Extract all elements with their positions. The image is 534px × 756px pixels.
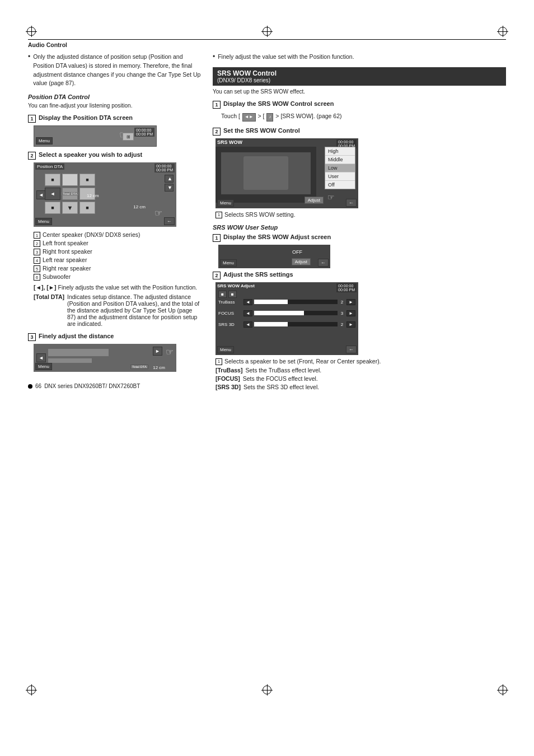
fa-right-arrow[interactable]: ► — [153, 347, 162, 356]
srs-user-header: SRS WOW User Setup — [213, 224, 506, 231]
srs-subtitle: (DNX9/ DDX8 series) — [217, 77, 502, 83]
position-dta-screen-1: 00:00:0000:00 PM ☞ ⊞ Menu — [34, 125, 157, 147]
menu-btn-3: Menu — [35, 363, 52, 370]
focus-bar-fill — [254, 311, 304, 315]
srs3d-val: 2 — [339, 322, 345, 327]
touch-btn-2: ♪ — [266, 113, 273, 122]
position-dta-header: Position DTA Control — [28, 94, 90, 100]
srs-wow-screen: SRS WOW 00:00:0000:00 PM High Middle Low… — [216, 138, 358, 208]
step3-num: 3 — [28, 333, 36, 341]
srs3d-label: SRS 3D — [218, 322, 242, 327]
trubass-left-btn[interactable]: ◄ — [243, 299, 252, 305]
srs-step2-num: 2 — [213, 128, 221, 136]
srs-step1-num: 1 — [213, 101, 221, 109]
srs-menu-low: Low — [325, 164, 355, 172]
srs-menu-list: High Middle Low User Off — [325, 147, 355, 189]
trubass-row: TruBass ◄ 2 ► — [218, 299, 355, 305]
focus-row: FOCUS ◄ 3 ► — [218, 310, 355, 316]
spk-fr: ■ — [79, 174, 95, 186]
srs-off-screen: OFF Adjust ☞ Menu ← — [218, 245, 330, 268]
menu-btn-4: Menu — [217, 199, 234, 207]
spk-btn-2[interactable]: ■ — [228, 291, 237, 298]
focus-right-btn[interactable]: ► — [346, 310, 355, 316]
step3-header: 3 Finely adjust the distance — [28, 333, 202, 341]
srs-adj-status: 00:00:0000:00 PM — [336, 283, 357, 292]
bullet-dot: • — [28, 53, 30, 88]
trubass-right-btn[interactable]: ► — [346, 299, 355, 305]
srs-step2-label: Set the SRS WOW Control — [223, 127, 300, 134]
srs3d-def: [SRS 3D] Sets the SRS 3D effect level. — [216, 384, 506, 390]
back-btn-4[interactable]: ← — [346, 199, 357, 207]
srs-image-shape — [243, 156, 288, 190]
fine-adjust-desc: Finely adjusts the value set with the Po… — [58, 284, 198, 291]
menu-btn-6: Menu — [217, 346, 234, 353]
srs3d-bar-fill — [254, 322, 288, 326]
focus-def: [FOCUS] Sets the FOCUS effect level. — [216, 375, 506, 382]
back-btn-2[interactable]: ← — [164, 217, 175, 225]
fa-content — [48, 348, 109, 363]
spk-fl: ■ — [45, 174, 60, 186]
srs3d-right-btn[interactable]: ► — [346, 321, 355, 328]
total-dta-container: Total DTA — [62, 188, 78, 200]
trubass-bar-fill — [254, 300, 288, 304]
srs-title: SRS WOW Control — [217, 69, 502, 77]
srs-adj-screen-label: SRS WOW Adjust — [217, 283, 255, 288]
spk-rl: ■ — [45, 202, 60, 214]
step3-label: Finely adjust the distance — [39, 333, 114, 339]
finely-adjust-screen: ◄ ► Total DTA ☞ 12 cm Menu — [34, 344, 176, 372]
page-number: 66 DNX series DNX9260BT/ DNX7260BT — [28, 383, 202, 389]
srs-adj-btn-small[interactable]: Adjust — [292, 258, 311, 265]
srs-step2-header: 2 Set the SRS WOW Control — [213, 127, 506, 136]
spk-item-3: 3 Right front speaker — [34, 248, 202, 255]
dist-label-3: 12 cm — [153, 365, 165, 370]
right-bullet-dot: • — [213, 53, 215, 62]
touch-btn-1: ◄► — [242, 113, 256, 122]
back-btn-5[interactable]: ← — [318, 259, 329, 267]
nav-arrows-2: ▲ ▼ — [165, 175, 174, 192]
spk-item-5: 5 Right rear speaker — [34, 265, 202, 272]
touch-hand-4: ☞ — [327, 193, 335, 202]
fa-left-arrow[interactable]: ◄ — [36, 353, 46, 362]
srs-menu-off: Off — [325, 181, 355, 189]
speaker-list: 1 Center speaker (DNX9/ DDX8 series) 2 L… — [34, 231, 202, 281]
total-dta-def: [Total DTA] Indicates setup distance. Th… — [34, 293, 202, 327]
pdta-label: Position DTA — [35, 164, 64, 170]
trubass-val: 2 — [339, 300, 345, 305]
position-dta-subtext: You can fine-adjust your listening posit… — [28, 102, 202, 109]
nav-down[interactable]: ▼ — [165, 184, 174, 192]
focus-left-btn[interactable]: ◄ — [243, 310, 252, 316]
fine-adjust-arrows: [◄], [►] Finely adjusts the value set wi… — [34, 284, 202, 291]
touch-hand-3: ☞ — [166, 347, 174, 357]
srs3d-left-btn[interactable]: ◄ — [243, 321, 252, 328]
menu-btn-1: Menu — [36, 137, 53, 144]
user-step2: 2 Adjust the SRS settings — [213, 271, 506, 279]
spk-item-2: 2 Left front speaker — [34, 240, 202, 247]
srs-wow-label: SRS WOW — [217, 139, 242, 145]
step1-num: 1 — [28, 115, 36, 123]
spk-rc: ▼ — [62, 202, 78, 214]
bullet-section: • Only the adjusted distance of position… — [28, 53, 202, 88]
step2-label: Select a speaker you wish to adjust — [39, 151, 142, 158]
srs3d-bar — [254, 322, 338, 326]
nav-up[interactable]: ▲ — [165, 175, 174, 183]
arrows-bracket: [◄], [►] — [34, 284, 57, 291]
step1-header: 1 Display the Position DTA screen — [28, 114, 202, 123]
spk-btn-1[interactable]: ■ — [218, 291, 227, 298]
srs-adjust-btn[interactable]: Adjust — [305, 197, 324, 204]
bullet-text: Only the adjusted distance of position s… — [33, 53, 202, 88]
step1-label: Display the Position DTA screen — [39, 114, 133, 121]
srs-off-label: OFF — [292, 249, 302, 255]
user-step1-label: Display the SRS WOW Adjust screen — [223, 234, 331, 240]
srs-adjust-screen: SRS WOW Adjust 00:00:0000:00 PM ■ ■ TruB… — [216, 282, 358, 355]
srs-user-setup: SRS WOW User Setup 1 Display the SRS WOW… — [213, 224, 506, 390]
back-btn-6[interactable]: ← — [346, 346, 357, 353]
right-bullet-text: Finely adjust the value set with the Pos… — [218, 53, 354, 62]
srs-note-spk: 1 Selects a speaker to be set (Front, Re… — [216, 358, 506, 365]
dist-label-1: 12 cm — [87, 193, 99, 198]
srs-image-content — [221, 152, 311, 194]
user-step1: 1 Display the SRS WOW Adjust screen — [213, 234, 506, 242]
page-dot — [28, 384, 32, 389]
fa-bar2 — [48, 358, 92, 363]
trubass-label: TruBass — [218, 300, 242, 305]
screen-icon-1: ⊞ — [123, 133, 134, 141]
